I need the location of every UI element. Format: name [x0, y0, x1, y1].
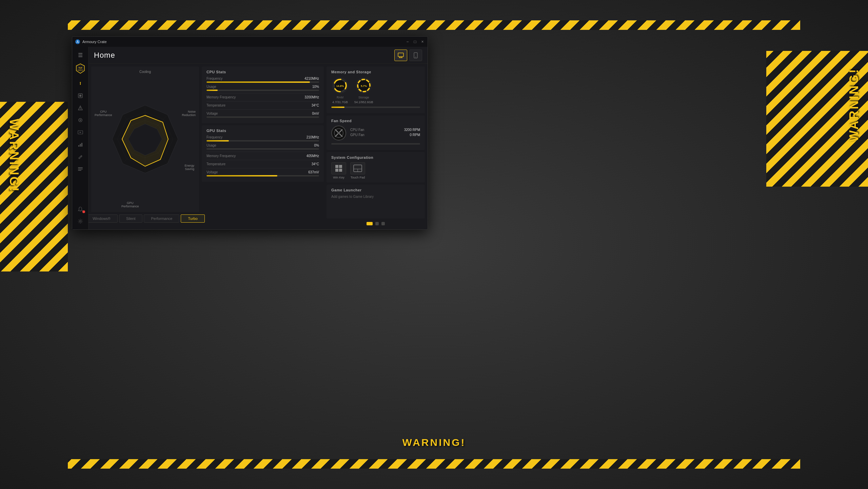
memory-bar [331, 107, 420, 108]
mode-tab-silent[interactable]: Silent [119, 214, 143, 223]
svg-point-11 [80, 109, 81, 110]
warning-tape-top [68, 20, 800, 30]
svg-point-29 [415, 57, 416, 57]
cpu-divider1 [206, 93, 319, 93]
notification-dot [82, 210, 85, 213]
cpu-memfreq-label: Memory Frequency [206, 95, 236, 99]
gpu-memfreq-row: Memory Frequency 405MHz [206, 154, 319, 158]
win-key-item[interactable]: Win Key [331, 162, 346, 179]
gpu-voltage-bar [206, 175, 319, 176]
sidebar-item-edit[interactable] [74, 151, 86, 162]
warning-tape-bottom [68, 459, 800, 469]
sidebar-settings[interactable] [74, 216, 86, 227]
fan-details: CPU Fan 3200 RPM GPU Fan 0 RPM [350, 128, 420, 138]
cpu-fan-label: CPU Fan [350, 128, 364, 132]
game-launcher-title: Game Launcher [331, 188, 420, 192]
sidebar-notifications[interactable] [74, 204, 86, 214]
title-bar-text: Armoury Crate [82, 40, 107, 44]
gpu-temp-label: Temperature [206, 162, 225, 166]
radar-label-energy: EnergySaving [184, 164, 194, 171]
gpu-voltage-bar-fill [206, 175, 277, 176]
svg-point-13 [80, 119, 81, 121]
sidebar-item-list[interactable] [74, 164, 86, 174]
title-bar: A Armoury Crate − □ × [72, 37, 428, 47]
sidebar-item-home[interactable] [74, 78, 86, 89]
sidebar-item-tool[interactable] [74, 115, 86, 126]
cpu-usage-bar-fill [206, 90, 218, 91]
sidebar: ☰ TUF GAMING [72, 47, 88, 229]
app-icon: A [75, 39, 80, 44]
page-dot-3[interactable] [381, 222, 385, 225]
memory-storage-panel: Memory and Storage 14.8% [327, 67, 425, 113]
radar-label-cpu-perf: CPUPerformance [95, 110, 112, 117]
fan-spinner-icon [334, 128, 343, 138]
sidebar-item-media[interactable] [74, 127, 86, 138]
storage-gauge-container: 5.7% Storage 54.1/952.6GB [354, 77, 373, 104]
sidebar-bottom [74, 204, 86, 227]
gpu-usage-value: 0% [314, 144, 319, 147]
gpu-divider1 [206, 152, 319, 152]
tuf-logo-svg: TUF GAMING [75, 63, 86, 74]
svg-rect-16 [78, 145, 79, 147]
sidebar-item-stats[interactable] [74, 139, 86, 150]
svg-rect-52 [335, 165, 338, 168]
svg-line-19 [81, 156, 81, 157]
ram-gauge-container: 14.8% RAM 4.7/31.7GB [331, 77, 349, 104]
cpu-fan-rpm: 3200 RPM [404, 128, 420, 132]
warning-text-right: WARNING! [847, 68, 861, 142]
app-window: A Armoury Crate − □ × ☰ TUF GAMING [72, 36, 428, 230]
pagination [327, 221, 425, 227]
mode-tab-performance[interactable]: Performance [144, 214, 179, 223]
maximize-button[interactable]: □ [413, 39, 417, 44]
warning-text-left: WARNING! [7, 119, 21, 193]
system-config-panel: System Configuration [327, 152, 425, 183]
fan-info: CPU Fan 3200 RPM GPU Fan 0 RPM [331, 126, 420, 140]
radar-label-cooling: Cooling [139, 70, 151, 74]
mode-tabs: Windows® Silent Performance Turbo [91, 211, 199, 227]
sidebar-item-alerts[interactable] [74, 102, 86, 113]
minimize-button[interactable]: − [405, 39, 410, 44]
content-area: Cooling NoiseReduction EnergySaving GPUP… [88, 64, 428, 229]
cpu-freq-row: Frequency 4210MHz [206, 77, 319, 80]
gpu-freq-bar [206, 140, 319, 142]
svg-rect-21 [78, 169, 83, 169]
gpu-voltage-label: Voltage [206, 170, 218, 174]
radar-label-noise: NoiseReduction [182, 110, 196, 117]
view-tab-desktop[interactable] [394, 50, 407, 61]
svg-rect-55 [339, 169, 342, 172]
mode-tab-windows[interactable]: Windows® [88, 214, 118, 223]
cpu-usage-value: 10% [312, 85, 319, 89]
svg-point-5 [80, 82, 81, 83]
gpu-temp-value: 34°C [312, 162, 319, 166]
page-dot-2[interactable] [375, 222, 379, 225]
storage-gauge: 5.7% [355, 77, 373, 94]
fan-icon [331, 126, 346, 140]
storage-label: Storage [358, 96, 369, 99]
sidebar-menu-icon[interactable]: ☰ [74, 50, 86, 60]
sidebar-item-aura[interactable] [74, 90, 86, 101]
game-launcher-desc: Add games to Game Library [331, 195, 420, 199]
mode-tab-turbo[interactable]: Turbo [181, 214, 204, 223]
radar-chart-svg [108, 102, 182, 176]
close-button[interactable]: × [420, 39, 425, 44]
gpu-usage-row: Usage 0% [206, 144, 319, 147]
ram-label: RAM [337, 96, 343, 99]
cpu-memfreq-row: Memory Frequency 3200MHz [206, 95, 319, 99]
svg-rect-18 [81, 143, 82, 147]
view-tab-mobile[interactable] [409, 50, 422, 61]
far-right-panels: Memory and Storage 14.8% [327, 67, 425, 227]
cpu-usage-label: Usage [206, 85, 216, 89]
list-icon [78, 166, 83, 172]
touchpad-item[interactable]: Touch Pad [350, 162, 365, 179]
gpu-usage-bar [206, 148, 319, 150]
touchpad-label: Touch Pad [351, 176, 365, 179]
page-dot-1[interactable] [367, 222, 373, 225]
svg-text:GAMING: GAMING [77, 69, 83, 71]
cpu-freq-value: 4210MHz [304, 77, 319, 80]
alert-icon [78, 105, 83, 111]
svg-rect-54 [335, 169, 338, 172]
svg-text:14.8%: 14.8% [336, 84, 344, 88]
cpu-freq-bar [206, 81, 319, 83]
cpu-voltage-value: 0mV [312, 112, 319, 115]
cpu-stats-title: CPU Stats [206, 70, 319, 74]
